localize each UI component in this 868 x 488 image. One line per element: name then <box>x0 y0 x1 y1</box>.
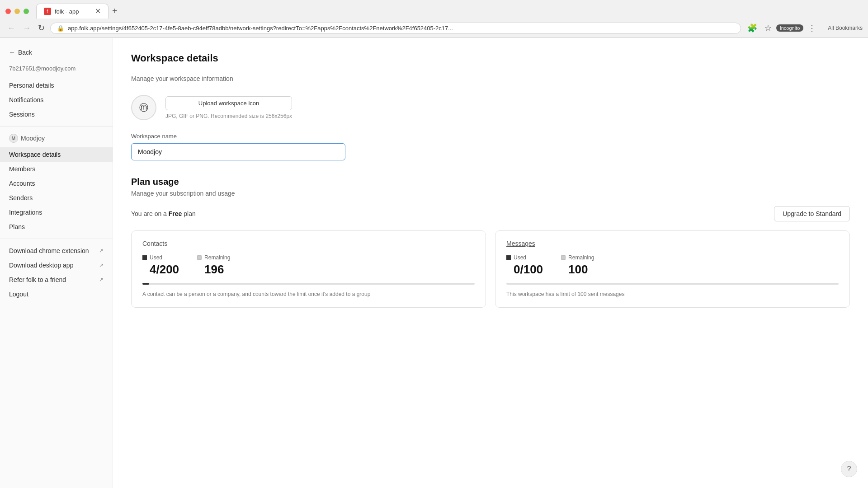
sidebar: ← Back 7b217651@moodjoy.com Personal det… <box>0 38 113 488</box>
messages-remaining-value: 100 <box>568 263 594 277</box>
plan-status-suffix: plan <box>184 210 195 217</box>
title-bar: f folk - app ✕ + <box>0 0 868 19</box>
forward-nav-button[interactable]: → <box>21 22 33 35</box>
page-title: Workspace details <box>131 52 850 64</box>
workspace-subtitle: Manage your workspace information <box>131 75 850 82</box>
contacts-usage-bar-fill <box>142 283 149 285</box>
refer-friend-label: Refer folk to a friend <box>9 276 66 283</box>
contacts-remaining-value: 196 <box>204 263 230 277</box>
sidebar-item-download-chrome[interactable]: Download chrome extension ↗ <box>0 244 113 258</box>
menu-button[interactable]: ⋮ <box>805 21 819 35</box>
back-arrow-icon: ← <box>9 49 15 56</box>
browser-actions: 🧩 ☆ Incognito ⋮ All Bookmarks <box>745 21 863 35</box>
workspace-section: Workspace details Members Accounts Sende… <box>0 146 113 235</box>
sidebar-item-download-desktop[interactable]: Download desktop app ↗ <box>0 258 113 272</box>
contacts-card: Contacts Used 4/200 Remai <box>131 230 486 308</box>
messages-remaining-text: Remaining <box>568 254 594 261</box>
plan-title: Plan usage <box>131 177 850 187</box>
contacts-note: A contact can be a person or a company, … <box>142 290 475 298</box>
back-label: Back <box>18 49 32 56</box>
messages-used-stat: Used 0/100 <box>506 254 543 277</box>
back-nav-button[interactable]: ← <box>5 22 17 35</box>
plan-subtitle: Manage your subscription and usage <box>131 190 850 197</box>
workspace-name-input[interactable] <box>131 143 345 160</box>
sidebar-item-sessions[interactable]: Sessions <box>0 107 113 122</box>
plan-status-prefix: You are on a <box>131 210 167 217</box>
contacts-remaining-text: Remaining <box>204 254 230 261</box>
workspace-avatar: ⓜ ✦ <box>131 95 156 120</box>
plan-name-badge: Free <box>169 210 184 217</box>
lock-icon: 🔒 <box>57 25 64 32</box>
new-tab-button[interactable]: + <box>108 4 121 18</box>
workspace-label-row: M Moodjoy <box>0 130 113 146</box>
messages-card-title[interactable]: Messages <box>506 240 839 247</box>
messages-usage-bar <box>506 283 839 285</box>
window-controls <box>5 9 29 14</box>
bottom-section: Download chrome extension ↗ Download des… <box>0 243 113 302</box>
browser-tab-active[interactable]: f folk - app ✕ <box>36 4 108 19</box>
sidebar-item-members[interactable]: Members <box>0 162 113 176</box>
download-desktop-label: Download desktop app <box>9 262 73 269</box>
usage-cards: Contacts Used 4/200 Remai <box>131 230 850 308</box>
sidebar-item-refer-friend[interactable]: Refer folk to a friend ↗ <box>0 272 113 287</box>
sidebar-item-personal-details[interactable]: Personal details <box>0 78 113 93</box>
address-bar[interactable]: 🔒 app.folk.app/settings/4f652405-2c17-4f… <box>50 23 741 34</box>
window-close-button[interactable] <box>5 9 11 14</box>
senders-label: Senders <box>9 194 33 202</box>
sidebar-divider <box>0 126 113 127</box>
extensions-button[interactable]: 🧩 <box>745 21 760 35</box>
used-dot-icon <box>142 255 147 260</box>
workspace-avatar-small: M <box>9 134 18 143</box>
url-text: app.folk.app/settings/4f652405-2c17-4fe5… <box>68 25 734 32</box>
upload-workspace-icon-button[interactable]: Upload workspace icon <box>165 96 292 110</box>
tab-favicon-icon: f <box>44 8 51 15</box>
notifications-label: Notifications <box>9 96 43 103</box>
messages-remaining-stat: Remaining 100 <box>561 254 594 277</box>
icon-upload-row: ⓜ ✦ Upload workspace icon JPG, GIF or PN… <box>131 95 850 120</box>
contacts-used-text: Used <box>150 254 162 261</box>
tab-title: folk - app <box>55 8 79 15</box>
personal-details-label: Personal details <box>9 82 54 89</box>
main-content: Workspace details Manage your workspace … <box>113 38 868 488</box>
app-container: ← Back 7b217651@moodjoy.com Personal det… <box>0 38 868 488</box>
browser-toolbar: ← → ↻ 🔒 app.folk.app/settings/4f652405-2… <box>0 19 868 38</box>
window-minimize-button[interactable] <box>14 9 20 14</box>
bookmark-button[interactable]: ☆ <box>762 21 774 35</box>
avatar-text: ⓜ <box>139 102 148 114</box>
sidebar-item-notifications[interactable]: Notifications <box>0 93 113 107</box>
plans-label: Plans <box>9 223 25 230</box>
plan-section: Plan usage Manage your subscription and … <box>131 177 850 308</box>
integrations-label: Integrations <box>9 209 42 216</box>
star-badge-icon: ✦ <box>152 96 156 101</box>
messages-used-value: 0/100 <box>514 263 543 277</box>
reload-nav-button[interactable]: ↻ <box>36 21 47 35</box>
external-link-icon-2: ↗ <box>99 262 104 268</box>
workspace-details-label: Workspace details <box>9 151 61 158</box>
messages-card: Messages Used 0/100 Remai <box>495 230 850 308</box>
download-chrome-label: Download chrome extension <box>9 247 89 254</box>
sidebar-item-plans[interactable]: Plans <box>0 220 113 234</box>
contacts-used-stat: Used 4/200 <box>142 254 179 277</box>
sidebar-item-senders[interactable]: Senders <box>0 191 113 205</box>
sidebar-item-integrations[interactable]: Integrations <box>0 205 113 220</box>
remaining-dot-icon <box>197 255 202 260</box>
contacts-remaining-label: Remaining <box>197 254 230 261</box>
logout-label: Logout <box>9 291 28 298</box>
browser-chrome: f folk - app ✕ + ← → ↻ 🔒 app.folk.app/se… <box>0 0 868 38</box>
tab-close-button[interactable]: ✕ <box>95 8 101 15</box>
sidebar-item-workspace-details[interactable]: Workspace details <box>0 147 113 162</box>
back-button[interactable]: ← Back <box>0 45 113 63</box>
messages-stats: Used 0/100 Remaining 100 <box>506 254 839 277</box>
help-button[interactable]: ? <box>841 461 857 477</box>
sidebar-divider-2 <box>0 239 113 239</box>
personal-section: Personal details Notifications Sessions <box>0 77 113 122</box>
window-maximize-button[interactable] <box>24 9 29 14</box>
messages-used-label: Used <box>506 254 543 261</box>
sidebar-item-logout[interactable]: Logout <box>0 287 113 301</box>
tabs-row: f folk - app ✕ + <box>36 4 121 19</box>
sidebar-item-accounts[interactable]: Accounts <box>0 176 113 191</box>
accounts-label: Accounts <box>9 180 35 187</box>
upgrade-to-standard-button[interactable]: Upgrade to Standard <box>774 206 850 221</box>
messages-used-dot-icon <box>506 255 511 260</box>
workspace-name-sidebar: Moodjoy <box>21 135 45 142</box>
